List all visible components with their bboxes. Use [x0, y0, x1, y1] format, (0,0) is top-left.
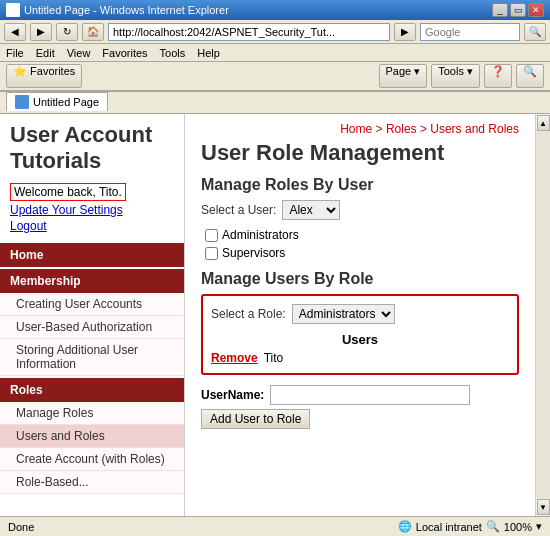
supervisor-checkbox-row: Supervisors	[205, 246, 519, 260]
status-bar: Done 🌐 Local intranet 🔍 100% ▾	[0, 516, 550, 536]
select-user-row: Select a User: Alex Bruce Dave Fred Tito	[201, 200, 519, 220]
supervisor-label: Supervisors	[222, 246, 285, 260]
user-welcome: Welcome back, Tito.	[10, 183, 126, 201]
window-title: Untitled Page - Windows Internet Explore…	[24, 4, 488, 16]
add-user-button[interactable]: Add User to Role	[201, 409, 310, 429]
nav-item-storing-additional[interactable]: Storing Additional User Information	[0, 339, 184, 376]
nav-menu: Home Membership Creating User Accounts U…	[0, 243, 184, 494]
menu-bar: File Edit View Favorites Tools Help	[0, 44, 550, 62]
breadcrumb-current: Users and Roles	[430, 122, 519, 136]
search-button[interactable]: 🔍	[524, 23, 546, 41]
breadcrumb-home[interactable]: Home	[340, 122, 372, 136]
nav-item-manage-roles[interactable]: Manage Roles	[0, 402, 184, 425]
breadcrumb-sep1: >	[372, 122, 386, 136]
menu-view[interactable]: View	[67, 47, 91, 59]
page-title: User Role Management	[201, 140, 519, 166]
scrollbar[interactable]: ▲ ▼	[535, 114, 550, 516]
select-role-label: Select a Role:	[211, 307, 286, 321]
page-button[interactable]: Page ▾	[379, 64, 428, 88]
zoom-button[interactable]: 🔍	[516, 64, 544, 88]
menu-file[interactable]: File	[6, 47, 24, 59]
scroll-up[interactable]: ▲	[537, 115, 550, 131]
main-content: Home > Roles > Users and Roles User Role…	[185, 114, 535, 516]
select-role-row: Select a Role: Administrators Supervisor…	[211, 304, 509, 324]
user-select[interactable]: Alex Bruce Dave Fred Tito	[282, 200, 340, 220]
forward-button[interactable]: ▶	[30, 23, 52, 41]
tab-bar: Untitled Page	[0, 92, 550, 114]
users-table-heading: Users	[211, 332, 509, 347]
nav-item-role-based[interactable]: Role-Based...	[0, 471, 184, 494]
help-toolbar-button[interactable]: ❓	[484, 64, 512, 88]
toolbar: ⭐ Favorites Page ▾ Tools ▾ ❓ 🔍	[0, 62, 550, 92]
tab-icon	[15, 95, 29, 109]
zoom-icon: 🔍	[486, 520, 500, 533]
tools-button[interactable]: Tools ▾	[431, 64, 480, 88]
nav-item-create-account[interactable]: Create Account (with Roles)	[0, 448, 184, 471]
menu-tools[interactable]: Tools	[160, 47, 186, 59]
nav-header-membership[interactable]: Membership	[0, 269, 184, 293]
page-content: User Account Tutorials Welcome back, Tit…	[0, 114, 550, 516]
manage-by-role-box: Select a Role: Administrators Supervisor…	[201, 294, 519, 375]
remove-link-tito[interactable]: Remove	[211, 351, 258, 365]
nav-item-creating-user-accounts[interactable]: Creating User Accounts	[0, 293, 184, 316]
active-tab[interactable]: Untitled Page	[6, 92, 108, 111]
minimize-button[interactable]: _	[492, 3, 508, 17]
manage-by-role-heading: Manage Users By Role	[201, 270, 519, 288]
favorites-button[interactable]: ⭐ Favorites	[6, 64, 82, 88]
admin-label: Administrators	[222, 228, 299, 242]
address-input[interactable]	[108, 23, 390, 41]
window-controls: _ ▭ ✕	[492, 3, 544, 17]
scroll-down[interactable]: ▼	[537, 499, 550, 515]
status-right: 🌐 Local intranet 🔍 100% ▾	[398, 520, 542, 533]
address-bar: ◀ ▶ ↻ 🏠 ▶ 🔍	[0, 20, 550, 44]
go-button[interactable]: ▶	[394, 23, 416, 41]
tab-label: Untitled Page	[33, 96, 99, 108]
refresh-button[interactable]: ↻	[56, 23, 78, 41]
search-input[interactable]	[420, 23, 520, 41]
zoom-level: 100%	[504, 521, 532, 533]
zone-icon: 🌐	[398, 520, 412, 533]
close-button[interactable]: ✕	[528, 3, 544, 17]
update-settings-link[interactable]: Update Your Settings	[10, 203, 174, 217]
manage-by-user-heading: Manage Roles By User	[201, 176, 519, 194]
user-info: Welcome back, Tito. Update Your Settings…	[0, 179, 184, 237]
restore-button[interactable]: ▭	[510, 3, 526, 17]
status-text: Done	[8, 521, 390, 533]
nav-item-users-and-roles[interactable]: Users and Roles	[0, 425, 184, 448]
breadcrumb-roles[interactable]: Roles	[386, 122, 417, 136]
back-button[interactable]: ◀	[4, 23, 26, 41]
logout-link[interactable]: Logout	[10, 219, 174, 233]
admin-checkbox-row: Administrators	[205, 228, 519, 242]
home-button[interactable]: 🏠	[82, 23, 104, 41]
user-name-tito: Tito	[264, 351, 284, 365]
username-label: UserName:	[201, 388, 264, 402]
nav-header-roles[interactable]: Roles	[0, 378, 184, 402]
supervisor-checkbox[interactable]	[205, 247, 218, 260]
select-user-label: Select a User:	[201, 203, 276, 217]
sidebar-title: User Account Tutorials	[0, 114, 184, 179]
ie-icon	[6, 3, 20, 17]
menu-edit[interactable]: Edit	[36, 47, 55, 59]
zone-label: Local intranet	[416, 521, 482, 533]
admin-checkbox[interactable]	[205, 229, 218, 242]
zoom-dropdown[interactable]: ▾	[536, 520, 542, 533]
username-row: UserName:	[201, 385, 519, 405]
user-row-tito: Remove Tito	[211, 351, 509, 365]
nav-item-user-based-authorization[interactable]: User-Based Authorization	[0, 316, 184, 339]
username-input[interactable]	[270, 385, 470, 405]
breadcrumb: Home > Roles > Users and Roles	[201, 122, 519, 136]
role-select[interactable]: Administrators Supervisors	[292, 304, 395, 324]
breadcrumb-sep2: >	[417, 122, 431, 136]
title-bar: Untitled Page - Windows Internet Explore…	[0, 0, 550, 20]
menu-favorites[interactable]: Favorites	[102, 47, 147, 59]
sidebar: User Account Tutorials Welcome back, Tit…	[0, 114, 185, 516]
nav-header-home[interactable]: Home	[0, 243, 184, 267]
menu-help[interactable]: Help	[197, 47, 220, 59]
